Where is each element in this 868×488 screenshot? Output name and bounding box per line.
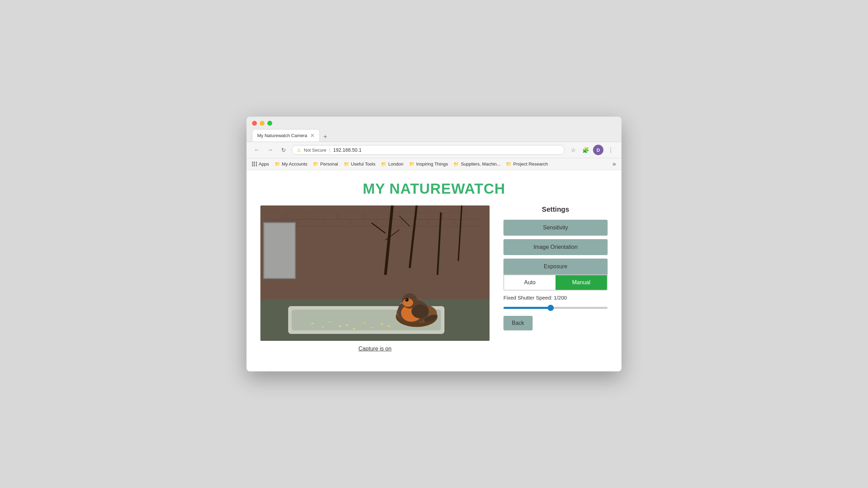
title-bar: My Naturewatch Camera ✕ + bbox=[247, 117, 621, 142]
new-tab-button[interactable]: + bbox=[320, 132, 330, 142]
bookmark-label-2: Useful Tools bbox=[351, 161, 376, 167]
shutter-speed-slider[interactable] bbox=[503, 307, 608, 309]
forward-nav-button[interactable]: → bbox=[265, 145, 275, 155]
main-layout: Capture is on Settings Sensitivity Image… bbox=[260, 205, 608, 352]
back-nav-button[interactable]: ← bbox=[252, 145, 262, 155]
minimize-button[interactable] bbox=[260, 121, 265, 126]
maximize-button[interactable] bbox=[267, 121, 272, 126]
shutter-slider-wrap bbox=[503, 304, 608, 310]
bookmark-apps[interactable]: Apps bbox=[252, 161, 269, 167]
image-orientation-button[interactable]: Image Orientation bbox=[503, 239, 608, 255]
tab-close-icon[interactable]: ✕ bbox=[310, 132, 315, 139]
exposure-section: Exposure Auto Manual bbox=[503, 259, 608, 291]
svg-point-30 bbox=[311, 323, 314, 324]
folder-icon-6: 📁 bbox=[506, 161, 511, 167]
address-text: 192.168.50.1 bbox=[333, 147, 361, 153]
apps-grid-icon bbox=[252, 162, 257, 167]
shutter-speed-label: Fixed Shutter Speed: 1/200 bbox=[503, 295, 608, 301]
tab-title: My Naturewatch Camera bbox=[257, 133, 307, 138]
camera-feed bbox=[260, 205, 490, 341]
tabs-row: My Naturewatch Camera ✕ + bbox=[252, 129, 616, 142]
bookmarks-bar: Apps 📁 My Accounts 📁 Personal 📁 Useful T… bbox=[247, 158, 621, 170]
capture-status: Capture is on bbox=[260, 346, 490, 352]
bookmark-project-research[interactable]: 📁 Project Research bbox=[506, 161, 548, 167]
settings-title: Settings bbox=[503, 205, 608, 213]
bookmark-label-4: Inspiring Things bbox=[416, 161, 448, 167]
folder-icon-5: 📁 bbox=[453, 161, 459, 167]
svg-point-37 bbox=[339, 326, 342, 327]
security-icon: ⚠ bbox=[297, 148, 301, 153]
bookmarks-more-button[interactable]: » bbox=[612, 160, 616, 168]
bookmark-label-5: Suppliers, Machin... bbox=[461, 161, 500, 167]
address-bar: ← → ↻ ⚠ Not Secure | 192.168.50.1 ☆ 🧩 D … bbox=[247, 142, 621, 158]
user-avatar[interactable]: D bbox=[593, 145, 603, 155]
page-content: MY NATUREWATCH bbox=[247, 170, 621, 371]
svg-point-32 bbox=[346, 325, 349, 326]
svg-point-33 bbox=[364, 322, 366, 323]
svg-rect-18 bbox=[264, 223, 295, 278]
menu-button[interactable]: ⋮ bbox=[606, 145, 616, 155]
folder-icon-0: 📁 bbox=[275, 161, 280, 167]
address-input[interactable]: ⚠ Not Secure | 192.168.50.1 bbox=[292, 145, 565, 155]
exposure-toggle: Auto Manual bbox=[503, 275, 608, 291]
page-title: MY NATUREWATCH bbox=[260, 180, 608, 197]
svg-point-51 bbox=[406, 299, 407, 300]
folder-icon-2: 📁 bbox=[344, 161, 349, 167]
svg-point-41 bbox=[353, 328, 356, 329]
active-tab[interactable]: My Naturewatch Camera ✕ bbox=[252, 129, 320, 142]
extensions-button[interactable]: 🧩 bbox=[581, 145, 591, 155]
bookmark-label-0: My Accounts bbox=[282, 161, 308, 167]
star-button[interactable]: ☆ bbox=[568, 145, 578, 155]
bookmark-useful-tools[interactable]: 📁 Useful Tools bbox=[344, 161, 376, 167]
bookmark-my-accounts[interactable]: 📁 My Accounts bbox=[275, 161, 308, 167]
reload-button[interactable]: ↻ bbox=[278, 145, 288, 155]
capture-on-text: on bbox=[385, 346, 392, 352]
toolbar-right: ☆ 🧩 D ⋮ bbox=[568, 145, 616, 155]
separator: | bbox=[329, 148, 330, 153]
sensitivity-button[interactable]: Sensitivity bbox=[503, 220, 608, 236]
manual-button[interactable]: Manual bbox=[556, 275, 607, 290]
auto-button[interactable]: Auto bbox=[504, 275, 556, 290]
folder-icon-3: 📁 bbox=[381, 161, 386, 167]
security-text: Not Secure bbox=[304, 148, 326, 153]
browser-window: My Naturewatch Camera ✕ + ← → ↻ ⚠ Not Se… bbox=[247, 117, 621, 371]
svg-point-34 bbox=[381, 323, 383, 325]
apps-label: Apps bbox=[259, 161, 269, 167]
back-button[interactable]: Back bbox=[503, 316, 533, 330]
bookmark-label-1: Personal bbox=[320, 161, 338, 167]
svg-point-39 bbox=[387, 326, 390, 327]
svg-point-36 bbox=[322, 327, 324, 328]
camera-area: Capture is on bbox=[260, 205, 490, 352]
bookmark-personal[interactable]: 📁 Personal bbox=[313, 161, 338, 167]
close-button[interactable] bbox=[252, 121, 257, 126]
folder-icon-4: 📁 bbox=[409, 161, 415, 167]
bookmark-suppliers[interactable]: 📁 Suppliers, Machin... bbox=[453, 161, 500, 167]
folder-icon-1: 📁 bbox=[313, 161, 318, 167]
svg-point-31 bbox=[329, 321, 331, 322]
settings-panel: Settings Sensitivity Image Orientation E… bbox=[503, 205, 608, 330]
bookmark-london[interactable]: 📁 London bbox=[381, 161, 403, 167]
svg-point-38 bbox=[370, 327, 373, 328]
traffic-lights bbox=[252, 121, 616, 126]
capture-prefix: Capture is bbox=[358, 346, 385, 352]
svg-point-50 bbox=[406, 299, 408, 301]
bookmark-label-3: London bbox=[388, 161, 403, 167]
exposure-label: Exposure bbox=[503, 259, 608, 275]
bookmark-label-6: Project Research bbox=[513, 161, 548, 167]
bookmark-inspiring-things[interactable]: 📁 Inspiring Things bbox=[409, 161, 448, 167]
